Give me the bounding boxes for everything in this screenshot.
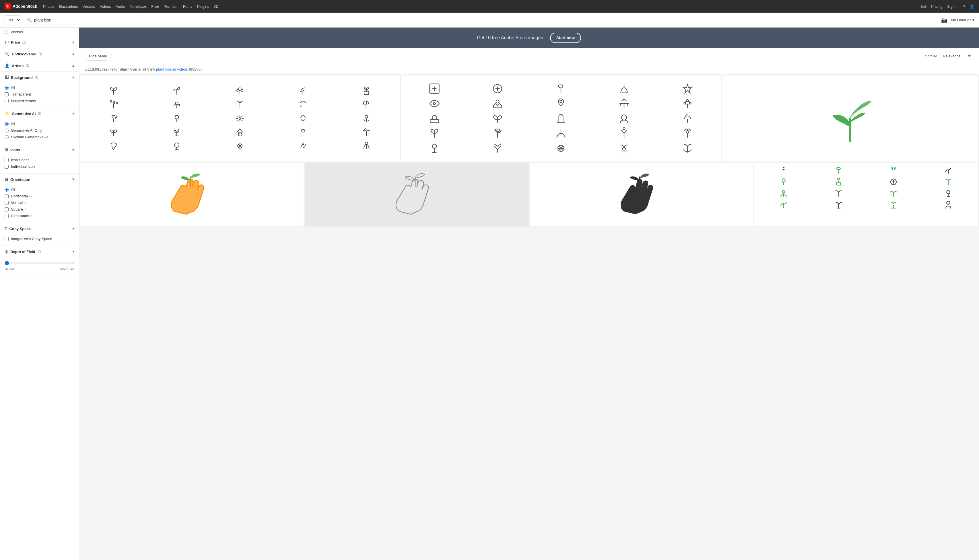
depth-of-field-slider[interactable] [5, 261, 74, 265]
background-isolated-label[interactable]: Isolated Assets [11, 99, 36, 103]
search-input-wrapper: 🔍 [24, 16, 938, 24]
icon-grid-panel-1[interactable] [80, 75, 400, 162]
undiscovered-section-header[interactable]: 🔍 Undiscovered ⓘ ▴ [0, 48, 78, 60]
hide-panel-button[interactable]: Hide panel [85, 52, 111, 60]
orientation-panoramic-label[interactable]: Panoramic ⬭ [11, 214, 32, 218]
mg-icon-11 [867, 188, 920, 198]
orientation-all-label[interactable]: All [11, 187, 15, 192]
nav-3d[interactable]: 3D [214, 4, 218, 8]
generative-ai-section-header[interactable]: ✨ Generative AI ⓘ ▾ [0, 108, 78, 119]
gen-ai-exclude-label[interactable]: Exclude Generative AI [11, 135, 48, 139]
sidebar-undiscovered-section: 🔍 Undiscovered ⓘ ▴ [0, 48, 78, 60]
copy-space-checkbox[interactable] [5, 237, 8, 241]
orientation-section-header[interactable]: ⊟ Orientation ▾ [0, 173, 78, 185]
background-all-radio[interactable] [5, 86, 8, 90]
artists-section-header[interactable]: 👤 Artists ⓘ ▴ [0, 60, 78, 72]
nav-plugins[interactable]: Plugins [197, 4, 209, 8]
orientation-horizontal-label[interactable]: Horizontal ▭ [11, 194, 32, 198]
nav-sell[interactable]: Sell [921, 4, 927, 8]
copy-space-section-header[interactable]: T Copy Space ▾ [0, 223, 78, 234]
background-all-label[interactable]: All [11, 85, 15, 90]
background-transparent-label[interactable]: Transparent [11, 92, 31, 97]
orientation-horizontal-checkbox[interactable] [5, 194, 8, 198]
individual-icon-row: Individual Icon [5, 163, 74, 170]
start-now-button[interactable]: Start now [550, 33, 581, 43]
sort-select[interactable]: Relevance Most Recent Most Popular [940, 52, 973, 60]
g-icon-13 [530, 112, 592, 125]
gray-hand-plant-panel[interactable] [305, 163, 528, 226]
brand-name: Adobe Stock [13, 4, 37, 8]
adobe-stock-logo[interactable]: St Adobe Stock [5, 3, 37, 10]
vectors-checkbox[interactable] [5, 30, 8, 34]
icon-sheet-checkbox[interactable] [5, 158, 8, 162]
gen-ai-only-label[interactable]: Generative AI Only [11, 128, 42, 133]
copy-space-images-label[interactable]: Images with Copy Space [11, 237, 52, 241]
g-icon-12 [467, 112, 528, 125]
sidebar-orientation-section: ⊟ Orientation ▾ All Horizontal ▭ Vertica… [0, 173, 78, 223]
vectors-label[interactable]: Vectors [11, 30, 23, 34]
icons-section-header[interactable]: ⊞ Icons ▾ [0, 144, 78, 155]
orientation-all-radio[interactable] [5, 188, 8, 192]
nav-photos[interactable]: Photos [43, 4, 55, 8]
gen-ai-only-radio[interactable] [5, 128, 8, 133]
nav-audio[interactable]: Audio [116, 4, 125, 8]
video-results-link[interactable]: plant icon in videos [156, 67, 188, 72]
nav-pricing[interactable]: Pricing [931, 4, 942, 8]
icons-collapse-icon: ▾ [72, 148, 74, 152]
g-icon-24 [594, 142, 655, 155]
nav-vectors[interactable]: Vectors [83, 4, 95, 8]
my-libraries-button[interactable]: My Libraries ▾ [951, 18, 974, 22]
generative-ai-info-icon[interactable]: ⓘ [38, 112, 41, 116]
nav-illustrations[interactable]: Illustrations [59, 4, 78, 8]
nav-templates[interactable]: Templates [130, 4, 147, 8]
g-icon-7 [467, 97, 528, 110]
svg-point-24 [782, 190, 785, 193]
gen-ai-all-label[interactable]: All [11, 122, 15, 126]
nav-videos[interactable]: Videos [100, 4, 111, 8]
depth-of-field-section-header[interactable]: ◎ Depth of Field ⓘ ▾ [0, 246, 78, 257]
background-section-header[interactable]: 🖼 Background ⓘ ▾ [0, 72, 78, 83]
multi-green-icon-panel[interactable] [754, 163, 978, 226]
gen-ai-all-radio[interactable] [5, 122, 8, 126]
visual-search-icon[interactable]: 📷 [941, 17, 947, 23]
undiscovered-info-icon[interactable]: ⓘ [39, 52, 42, 56]
price-info-icon[interactable]: ⓘ [22, 40, 25, 45]
orientation-panoramic-checkbox[interactable] [5, 214, 8, 218]
svg-point-2 [175, 102, 178, 105]
orientation-square-checkbox[interactable] [5, 207, 8, 212]
plant-icon-8 [210, 99, 270, 110]
artists-info-icon[interactable]: ⓘ [26, 64, 29, 68]
nav-user-icon[interactable]: 👤 [970, 4, 974, 8]
nav-help-icon[interactable]: ? [963, 4, 965, 8]
depth-of-field-info-icon[interactable]: ⓘ [38, 250, 41, 254]
nav-premium[interactable]: Premium [163, 4, 178, 8]
icon-sheet-label[interactable]: Icon Sheet [11, 158, 29, 162]
plant-icon-22 [147, 140, 207, 152]
background-info-icon[interactable]: ⓘ [35, 75, 38, 80]
individual-icon-label[interactable]: Individual Icon [11, 164, 35, 169]
search-type-select[interactable]: All [5, 15, 21, 24]
g-icon-5 [657, 82, 718, 95]
large-sprout-panel[interactable] [722, 75, 978, 162]
icon-grid-panel-2[interactable] [401, 75, 721, 162]
price-section-header[interactable]: 🏷 Price ⓘ ▴ [0, 37, 78, 48]
nav-free[interactable]: Free [151, 4, 159, 8]
nav-fonts[interactable]: Fonts [183, 4, 192, 8]
orientation-square-label[interactable]: Square □ [11, 207, 26, 212]
background-isolated-checkbox[interactable] [5, 99, 8, 103]
search-input[interactable] [34, 18, 935, 22]
background-transparent-checkbox[interactable] [5, 92, 8, 97]
plant-icon-25 [336, 140, 397, 152]
green-hand-plant-panel[interactable] [80, 163, 304, 226]
mg-icon-4 [922, 165, 975, 175]
orientation-vertical-label[interactable]: Vertical ▯ [11, 200, 26, 205]
gen-ai-exclude-radio[interactable] [5, 135, 8, 139]
generative-ai-icon: ✨ [5, 111, 10, 116]
nav-sign-in[interactable]: Sign in [947, 4, 959, 8]
orientation-panoramic-row: Panoramic ⬭ [5, 213, 74, 219]
g-icon-16 [404, 127, 465, 140]
dark-hand-plant-panel[interactable] [530, 163, 753, 226]
orientation-vertical-checkbox[interactable] [5, 201, 8, 205]
plant-icon-16 [83, 127, 144, 138]
individual-icon-checkbox[interactable] [5, 165, 8, 169]
